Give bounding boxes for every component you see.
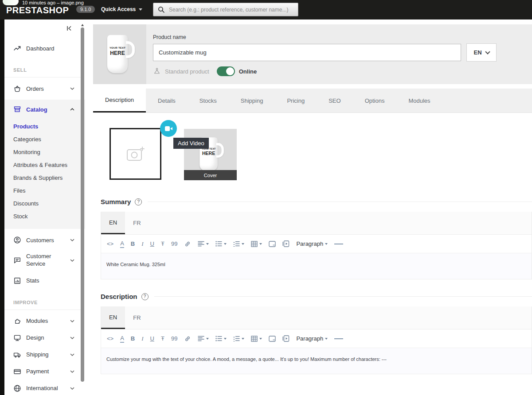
image-dropzone[interactable] [110, 128, 161, 180]
tab-pricing[interactable]: Pricing [275, 89, 317, 112]
blockquote-button[interactable]: 99 [171, 240, 177, 247]
link-button[interactable] [184, 240, 191, 248]
source-code-button[interactable]: <> [107, 240, 113, 247]
sidebar-item-monitoring[interactable]: Monitoring [13, 146, 85, 159]
insert-image-button[interactable] [269, 336, 276, 342]
lang-tab-fr[interactable]: FR [125, 212, 149, 234]
sidebar-item-label: Customers [26, 237, 54, 244]
strikethrough-button[interactable]: Ŧ [161, 240, 164, 247]
sidebar-item-attributes-features[interactable]: Attributes & Features [13, 159, 85, 171]
align-button[interactable] [198, 241, 209, 247]
sidebar-item-discounts[interactable]: Discounts [13, 197, 85, 210]
hanger-icon [153, 67, 161, 75]
tab-shipping[interactable]: Shipping [229, 89, 275, 112]
sidebar-item-dashboard[interactable]: Dashboard [4, 40, 85, 57]
tab-seo[interactable]: SEO [317, 89, 352, 112]
bold-button[interactable]: B [131, 240, 135, 247]
numbered-list-button[interactable] [233, 336, 244, 341]
cover-image[interactable]: YOUR TEXT HERE Cover [184, 129, 237, 180]
summary-heading-row: Summary ? [101, 198, 532, 205]
lang-tab-en[interactable]: EN [101, 306, 125, 329]
online-toggle[interactable] [217, 66, 235, 76]
link-button[interactable] [184, 335, 191, 342]
language-value: EN [473, 49, 481, 56]
language-selector[interactable]: EN [466, 43, 497, 62]
bold-button[interactable]: B [131, 335, 135, 342]
help-icon[interactable]: ? [135, 198, 142, 205]
sidebar-item-international[interactable]: International [4, 380, 85, 395]
bullet-list-button[interactable] [215, 241, 227, 247]
search-input[interactable] [169, 7, 293, 13]
table-button[interactable] [251, 336, 262, 342]
tab-modules[interactable]: Modules [396, 89, 442, 112]
sidebar-item-customers[interactable]: Customers [4, 232, 85, 248]
tab-stocks[interactable]: Stocks [188, 89, 229, 112]
add-video-button[interactable] [160, 120, 177, 137]
align-button[interactable] [198, 336, 209, 341]
sidebar-item-catalog[interactable]: Catalog [4, 100, 85, 119]
chevron-up-icon [69, 106, 75, 112]
underline-button[interactable]: U [150, 335, 154, 342]
scroll-up-arrow-icon[interactable] [81, 24, 84, 26]
horizontal-rule-button[interactable] [334, 244, 343, 244]
product-name-label: Product name [153, 34, 532, 40]
help-icon[interactable]: ? [141, 293, 149, 300]
bar-chart-icon [13, 277, 21, 285]
italic-button[interactable]: I [141, 335, 143, 342]
tab-options[interactable]: Options [353, 89, 397, 112]
insert-media-button[interactable] [282, 240, 289, 247]
prestashop-logo[interactable]: PRESTASHOP [6, 5, 69, 15]
monitor-icon [13, 334, 21, 342]
chevron-down-icon [139, 8, 142, 11]
sidebar-item-categories[interactable]: Categories [13, 133, 85, 146]
sidebar-item-customer-service[interactable]: Customer Service [4, 248, 85, 272]
text-color-button[interactable]: A [120, 335, 124, 343]
credit-card-icon [13, 368, 21, 376]
sidebar-item-files[interactable]: Files [13, 184, 85, 197]
storefront-icon [13, 105, 21, 113]
tab-details[interactable]: Details [146, 89, 188, 112]
blockquote-button[interactable]: 99 [171, 335, 177, 342]
strikethrough-button[interactable]: Ŧ [161, 335, 164, 342]
sidebar-item-brands-suppliers[interactable]: Brands & Suppliers [13, 171, 85, 184]
text-color-button[interactable]: A [120, 240, 124, 248]
sidebar-item-shipping[interactable]: Shipping [4, 346, 85, 363]
summary-text-area[interactable]: White Ceramic Mug. 325ml [101, 253, 532, 279]
sidebar-item-design[interactable]: Design [4, 329, 85, 346]
sidebar-section-sell: SELL [4, 57, 81, 77]
quick-access-menu[interactable]: Quick Access [101, 6, 142, 12]
product-tabs: Description Details Stocks Shipping Pric… [93, 89, 532, 113]
sidebar: Dashboard SELL Orders Catalog [4, 19, 85, 395]
chevron-down-icon [242, 243, 244, 245]
tab-description[interactable]: Description [93, 89, 146, 112]
sidebar-item-stats[interactable]: Stats [4, 272, 85, 289]
sidebar-item-modules[interactable]: Modules [4, 313, 85, 329]
lang-tab-en[interactable]: EN [101, 212, 125, 234]
sidebar-scrollbar[interactable] [81, 24, 84, 383]
sidebar-collapse-button[interactable] [66, 25, 73, 32]
sidebar-item-payment[interactable]: Payment [4, 363, 85, 380]
product-name-input[interactable] [153, 44, 461, 61]
add-video-tooltip: Add Video [173, 138, 209, 149]
italic-button[interactable]: I [141, 240, 143, 248]
description-text-area[interactable]: Customize your mug with the text of your… [101, 348, 532, 374]
horizontal-rule-button[interactable] [334, 338, 343, 339]
sidebar-item-stock[interactable]: Stock [13, 210, 85, 223]
underline-button[interactable]: U [150, 240, 154, 247]
lang-tab-fr[interactable]: FR [125, 306, 149, 329]
numbered-list-button[interactable] [233, 241, 244, 247]
scrollbar-thumb[interactable] [81, 27, 84, 382]
insert-media-button[interactable] [282, 335, 289, 342]
left-edge-strip [0, 19, 4, 395]
chevron-down-icon [69, 335, 75, 341]
product-header-fields: Product name EN Standard product Online [146, 24, 532, 84]
paragraph-format-dropdown[interactable]: Paragraph [296, 240, 328, 247]
sidebar-item-orders[interactable]: Orders [4, 80, 85, 97]
global-search[interactable] [153, 3, 298, 16]
insert-image-button[interactable] [269, 241, 276, 247]
bullet-list-button[interactable] [215, 336, 227, 341]
sidebar-item-products[interactable]: Products [13, 120, 85, 133]
source-code-button[interactable]: <> [107, 335, 113, 342]
table-button[interactable] [251, 241, 262, 247]
paragraph-format-dropdown[interactable]: Paragraph [296, 335, 328, 342]
